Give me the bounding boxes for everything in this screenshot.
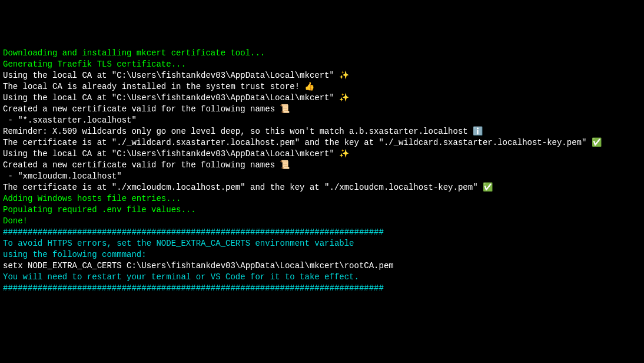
terminal-line: To avoid HTTPS errors, set the NODE_EXTR… — [3, 238, 641, 249]
terminal-line: Reminder: X.509 wildcards only go one le… — [3, 126, 641, 137]
terminal-line: Populating required .env file values... — [3, 204, 641, 216]
terminal-line: Downloading and installing mkcert certif… — [3, 48, 641, 59]
terminal-line: Created a new certificate valid for the … — [3, 104, 641, 115]
terminal-line: The certificate is at "./_wildcard.sxast… — [3, 137, 641, 148]
terminal-line: The certificate is at "./xmcloudcm.local… — [3, 182, 641, 193]
terminal-line: Adding Windows hosts file entries... — [3, 193, 641, 204]
terminal-line: Created a new certificate valid for the … — [3, 160, 641, 171]
terminal-output: Downloading and installing mkcert certif… — [3, 48, 641, 294]
terminal-line: Generating Traefik TLS certificate... — [3, 59, 641, 70]
terminal-line: Using the local CA at "C:\Users\fishtank… — [3, 70, 641, 81]
terminal-line: - "xmcloudcm.localhost" — [3, 171, 641, 182]
terminal-line: Using the local CA at "C:\Users\fishtank… — [3, 148, 641, 160]
terminal-line: ########################################… — [3, 227, 641, 238]
terminal-line: You will need to restart your terminal o… — [3, 272, 641, 283]
terminal-line: ########################################… — [3, 283, 641, 294]
terminal-line: The local CA is already installed in the… — [3, 81, 641, 93]
terminal-line: setx NODE_EXTRA_CA_CERTS C:\Users\fishta… — [3, 260, 641, 272]
terminal-line: Using the local CA at "C:\Users\fishtank… — [3, 93, 641, 104]
terminal-line: Done! — [3, 216, 641, 227]
terminal-line: using the following commmand: — [3, 249, 641, 260]
terminal-line: - "*.sxastarter.localhost" — [3, 115, 641, 126]
